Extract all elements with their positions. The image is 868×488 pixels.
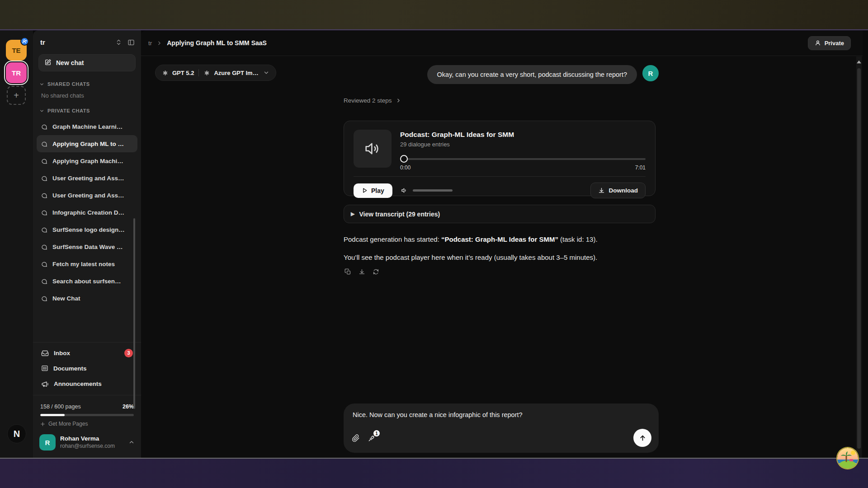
megaphone-icon: [41, 380, 49, 388]
main-scrollbar[interactable]: [856, 56, 862, 458]
chat-bubble-icon: [41, 192, 48, 199]
chat-list-item[interactable]: Infographic Creation D…: [37, 204, 137, 221]
collapse-sidebar-icon[interactable]: [127, 39, 135, 46]
chat-list-item[interactable]: Search about surfsen…: [37, 272, 137, 290]
sidebar-nav-item[interactable]: Announcements: [33, 376, 141, 391]
scrollbar-thumb[interactable]: [857, 68, 861, 449]
assistant-message: You’ll see the podcast player here when …: [344, 253, 659, 262]
play-button[interactable]: Play: [354, 183, 392, 198]
sidebar-nav-item[interactable]: Inbox 3: [33, 345, 141, 361]
shared-chats-header[interactable]: SHARED CHATS: [33, 73, 141, 89]
plus-icon: +: [14, 90, 19, 101]
divider: [354, 176, 646, 177]
workspace-name[interactable]: tr: [40, 38, 110, 46]
chat-title: Applying Graph Machi…: [52, 158, 123, 164]
user-message-avatar: R: [642, 65, 659, 81]
get-more-pages-button[interactable]: Get More Pages: [33, 416, 141, 430]
divider: [33, 395, 141, 395]
chat-title: SurfSense Data Wave …: [52, 244, 123, 250]
connectors-button[interactable]: 1: [368, 434, 376, 442]
copy-icon[interactable]: [344, 268, 351, 275]
chat-title: Search about surfsen…: [52, 278, 121, 285]
chat-bubble-icon: [41, 244, 48, 250]
sidebar-scrollbar[interactable]: [133, 218, 135, 409]
podcast-title: Podcast: Graph-ML Ideas for SMM: [400, 131, 646, 139]
download-button[interactable]: Download: [590, 183, 646, 198]
chat-list-item[interactable]: SurfSense Data Wave …: [37, 238, 137, 255]
model-selector[interactable]: GPT 5.2 Azure GPT Im…: [155, 65, 276, 81]
send-button[interactable]: [633, 429, 651, 447]
breadcrumb-workspace[interactable]: tr: [148, 40, 152, 47]
workspace-avatar-te[interactable]: TE: [6, 40, 27, 61]
chat-list-item[interactable]: Fetch my latest notes: [37, 255, 137, 272]
view-transcript-toggle[interactable]: ▶ View transcript (29 entries): [344, 205, 656, 223]
podcast-title-quote: “Podcast: Graph-ML Ideas for SMM”: [441, 235, 558, 243]
arrow-up-icon: [639, 434, 646, 442]
attach-file-button[interactable]: [352, 434, 360, 442]
user-email: rohan@surfsense.com: [60, 443, 124, 450]
chat-list-item[interactable]: SurfSense logo design…: [37, 221, 137, 238]
sidebar-nav-item[interactable]: Documents: [33, 361, 141, 376]
usage-meter: 158 / 600 pages 26%: [33, 398, 141, 416]
workspace-avatar-tr[interactable]: TR: [6, 62, 27, 83]
speaker-icon: [364, 140, 381, 157]
chevron-down-icon: [39, 108, 44, 113]
chevron-down-icon: [39, 82, 44, 87]
workspace-switcher-icon[interactable]: [115, 39, 122, 46]
sidebar-header: tr: [33, 30, 141, 49]
reviewed-steps-toggle[interactable]: Reviewed 2 steps: [344, 97, 401, 104]
new-chat-button[interactable]: New chat: [38, 54, 136, 71]
podcast-entries: 29 dialogue entries: [400, 141, 646, 148]
play-icon: [362, 188, 368, 193]
seek-thumb[interactable]: [400, 155, 408, 163]
chat-input[interactable]: Nice. Now can you create a nice infograp…: [344, 404, 659, 453]
chat-list-item[interactable]: Graph Machine Learni…: [37, 118, 137, 135]
user-message-bubble: Okay, can you create a very short, podca…: [427, 65, 637, 84]
chat-bubble-icon: [41, 209, 48, 216]
openai-icon: [203, 70, 210, 76]
chat-list-item[interactable]: User Greeting and Ass…: [37, 187, 137, 204]
chat-bubble-icon: [41, 226, 48, 233]
model-secondary[interactable]: Azure GPT Im…: [203, 70, 258, 76]
message-actions: [344, 268, 379, 275]
volume-control: [401, 187, 453, 194]
seek-track[interactable]: [400, 158, 646, 160]
main-panel: tr Applying Graph ML to SMM SaaS Private…: [141, 30, 863, 458]
chat-input-value[interactable]: Nice. Now can you create a nice infograp…: [353, 411, 651, 418]
chat-title: Graph Machine Learni…: [52, 123, 123, 130]
chat-title: Infographic Creation D…: [52, 209, 124, 216]
chat-list-item[interactable]: Applying Graph Machi…: [37, 152, 137, 169]
download-icon: [598, 187, 605, 194]
divider: [198, 69, 199, 76]
chevron-right-icon: [396, 98, 401, 103]
chat-list-item[interactable]: New Chat: [37, 290, 137, 307]
documents-icon: [41, 365, 48, 372]
assistant-message: Podcast generation has started: “Podcast…: [344, 235, 659, 244]
workspace-rail: TE TR + N: [0, 30, 33, 458]
volume-slider[interactable]: [413, 189, 453, 192]
download-icon[interactable]: [359, 268, 365, 275]
current-time: 0:00: [400, 164, 410, 171]
chat-list-item[interactable]: Applying Graph ML to …: [37, 135, 137, 152]
chat-bubble-icon: [41, 261, 48, 267]
chevron-up-icon: [128, 439, 135, 446]
user-message-row: Okay, can you create a very short, podca…: [427, 65, 659, 84]
model-primary[interactable]: GPT 5.2: [162, 70, 194, 76]
private-chats-header[interactable]: PRIVATE CHATS: [33, 100, 141, 115]
chat-title: Applying Graph ML to …: [52, 141, 124, 147]
chat-title: User Greeting and Ass…: [52, 175, 124, 182]
add-workspace-button[interactable]: +: [7, 86, 26, 105]
new-chat-label: New chat: [56, 59, 84, 66]
privacy-toggle-button[interactable]: Private: [808, 36, 851, 50]
sidebar-bottom: Inbox 3 Documents Announcements: [33, 338, 141, 458]
island-extension-icon[interactable]: [837, 448, 858, 469]
app-logo[interactable]: N: [7, 424, 26, 443]
chat-title: User Greeting and Ass…: [52, 192, 124, 199]
regenerate-icon[interactable]: [373, 268, 379, 275]
seek-slider[interactable]: [400, 155, 646, 163]
chat-list-item[interactable]: User Greeting and Ass…: [37, 169, 137, 187]
workspace-te-label: TE: [12, 47, 20, 54]
user-menu[interactable]: R Rohan Verma rohan@surfsense.com: [33, 430, 141, 458]
chat-title: New Chat: [52, 295, 80, 302]
chevron-down-icon[interactable]: [263, 70, 269, 76]
